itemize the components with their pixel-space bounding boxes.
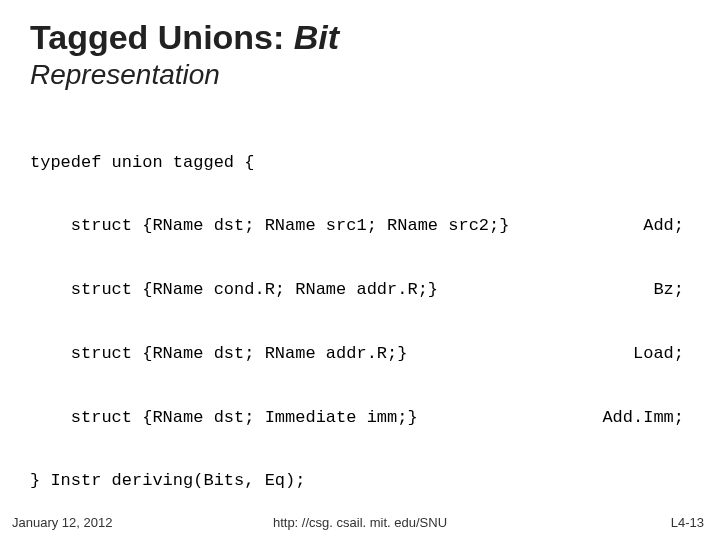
code-line: } Instr deriving(Bits, Eq);: [30, 470, 690, 491]
code-line: typedef union tagged {: [30, 152, 690, 173]
code-block: typedef union tagged { struct {RName dst…: [30, 109, 690, 534]
slide-subtitle: Representation: [30, 59, 690, 91]
title-main: Tagged Unions:: [30, 18, 284, 56]
slide: Tagged Unions: Bit Representation typede…: [0, 0, 720, 540]
footer-url: http: //csg. csail. mit. edu/SNU: [0, 515, 720, 530]
code-line: struct {RName dst; RName addr.R;}Load;: [30, 343, 690, 364]
code-line: struct {RName dst; Immediate imm;}Add.Im…: [30, 407, 690, 428]
slide-title: Tagged Unions: Bit: [30, 18, 690, 57]
code-line: struct {RName dst; RName src1; RName src…: [30, 215, 690, 236]
footer-page: L4-13: [671, 515, 704, 530]
code-line: struct {RName cond.R; RName addr.R;}Bz;: [30, 279, 690, 300]
title-tail: Bit: [294, 18, 339, 56]
